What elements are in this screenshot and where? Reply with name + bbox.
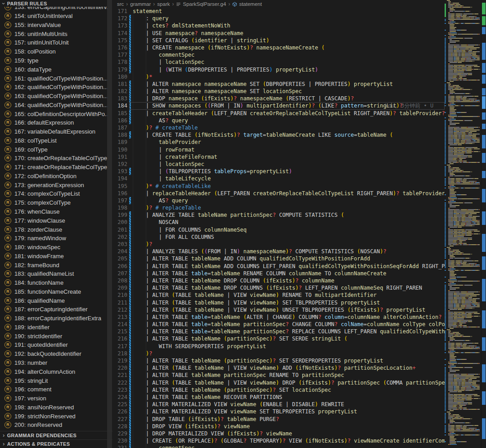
modified-change-bar[interactable] <box>129 197 131 204</box>
modified-change-bar[interactable] <box>129 81 131 88</box>
line-number[interactable]: 210 <box>112 291 127 299</box>
parser-rule-item[interactable]: R171: createOrReplaceTableColType <box>0 163 107 172</box>
code-line[interactable]: 197 AS? query <box>112 197 445 204</box>
line-number[interactable]: 193 <box>112 168 127 175</box>
line-number[interactable]: 176 <box>112 44 127 51</box>
parser-rule-item[interactable]: R194: alterColumnAction <box>0 367 107 376</box>
modified-change-bar[interactable] <box>129 372 131 379</box>
code-line[interactable]: 181 | ALTER namespace namespaceName SET … <box>112 81 445 88</box>
line-number[interactable]: 220 <box>112 364 127 372</box>
line-number[interactable]: 205 <box>112 255 127 262</box>
line-number[interactable]: 203 <box>112 241 127 248</box>
modified-change-bar[interactable] <box>129 168 131 175</box>
parser-rule-item[interactable]: R196: comment <box>0 385 107 394</box>
code-line[interactable]: 195 )* # createTableLike <box>112 183 445 190</box>
line-number[interactable]: 209 <box>112 284 127 291</box>
line-number[interactable]: 229 <box>112 430 127 437</box>
parser-rule-item[interactable]: R197: version <box>0 394 107 403</box>
modified-change-bar[interactable] <box>129 117 131 124</box>
code-line[interactable]: 173 | ctes? dmlStatementNoWith <box>112 22 445 29</box>
breadcrumb-folder[interactable]: spark <box>157 1 170 7</box>
modified-change-bar[interactable] <box>129 102 131 109</box>
breadcrumb-folder[interactable]: src <box>117 1 124 7</box>
parser-rule-item[interactable]: R161: qualifiedColTypeWithPosition... <box>0 74 107 83</box>
parser-rules-section-header[interactable]: › PARSER RULES <box>0 0 112 7</box>
code-line[interactable]: 225 | ALTER MATERIALIZED VIEW viewName (… <box>112 401 445 408</box>
modified-change-bar[interactable] <box>129 379 131 386</box>
modified-change-bar[interactable] <box>129 95 131 102</box>
line-number[interactable]: 192 <box>112 161 127 168</box>
modified-change-bar[interactable] <box>129 408 131 415</box>
modified-change-bar[interactable] <box>129 233 131 241</box>
modified-change-bar[interactable] <box>129 350 131 357</box>
parser-rule-item[interactable]: R195: stringLit <box>0 376 107 385</box>
code-line[interactable]: 199 | ANALYZE TABLE tableName partitionS… <box>112 211 445 219</box>
code-line[interactable]: 226 | ALTER MATERIALIZED VIEW viewName S… <box>112 408 445 415</box>
section-actions-predicates[interactable]: › ACTIONS & PREDICATES <box>0 439 112 448</box>
code-line[interactable]: 182 | ALTER namespace namespaceName SET … <box>112 88 445 95</box>
line-number[interactable]: 221 <box>112 372 127 379</box>
parser-rule-item[interactable]: R174: complexColTypeList <box>0 189 107 198</box>
parser-rule-item[interactable]: R158: colPosition <box>0 47 107 56</box>
line-number[interactable]: 187 <box>112 124 127 131</box>
parser-rule-item[interactable]: R183: qualifiedNameList <box>0 269 107 278</box>
modified-change-bar[interactable] <box>129 131 131 139</box>
code-line[interactable]: 214 | ALTER TABLE table=tableName partit… <box>112 321 445 328</box>
line-number[interactable]: 218 <box>112 350 127 357</box>
parser-rule-item[interactable]: R160: dataType <box>0 65 107 74</box>
line-number[interactable]: 185 <box>112 110 127 117</box>
line-number[interactable]: 189 <box>112 139 127 146</box>
modified-change-bar[interactable] <box>129 241 131 248</box>
modified-change-bar[interactable] <box>129 226 131 233</box>
parser-rule-item[interactable]: R182: frameBound <box>0 260 107 269</box>
code-line[interactable]: 191 | createFileFormat <box>112 153 445 161</box>
line-number[interactable]: 179 <box>112 66 127 73</box>
modified-change-bar[interactable] <box>129 444 131 448</box>
parser-rule-item[interactable]: R184: functionName <box>0 278 107 287</box>
code-line[interactable]: 220 | ALTER (TABLE tableName | VIEW view… <box>112 364 445 372</box>
modified-change-bar[interactable] <box>129 277 131 284</box>
modified-change-bar[interactable] <box>129 364 131 372</box>
modified-change-bar[interactable] <box>129 37 131 44</box>
code-line[interactable]: 222 | ALTER (TABLE tableName | VIEW view… <box>112 379 445 386</box>
line-number[interactable]: 191 <box>112 153 127 161</box>
code-line[interactable]: 205 | ALTER TABLE tableName ADD COLUMN q… <box>112 255 445 262</box>
code-line[interactable]: 178 | locationSpec <box>112 58 445 66</box>
line-number[interactable]: 204 <box>112 248 127 255</box>
parser-rule-item[interactable]: R178: zorderClause <box>0 225 107 234</box>
modified-change-bar[interactable] <box>129 328 131 335</box>
line-number[interactable]: 188 <box>112 131 127 139</box>
parser-rule-item[interactable]: R170: createOrReplaceTableColType... <box>0 154 107 163</box>
code-line[interactable]: 200 NOSCAN <box>112 219 445 226</box>
code-line[interactable]: 174 | USE namespace? namespaceName <box>112 30 445 37</box>
parser-rule-item[interactable]: R185: functionNameCreate <box>0 287 107 296</box>
line-number[interactable]: 195 <box>112 183 127 190</box>
modified-change-bar[interactable] <box>129 44 131 51</box>
code-line[interactable]: 185 | createTableHeader (LEFT_PAREN crea… <box>112 110 445 117</box>
code-line[interactable]: 190 | rowFormat <box>112 146 445 153</box>
line-number[interactable]: 222 <box>112 379 127 386</box>
parser-rule-item[interactable]: R169: colType <box>0 145 107 154</box>
code-line[interactable]: 193 | (TBLPROPERTIES tableProps=property… <box>112 168 445 175</box>
code-line[interactable]: 227 | DROP TABLE (ifExists)? tableName P… <box>112 416 445 423</box>
line-number[interactable]: 231 <box>112 444 127 448</box>
code-line[interactable]: 171statement <box>112 8 445 15</box>
code-line[interactable]: 224 | ALTER TABLE tableName RECOVER PART… <box>112 394 445 401</box>
code-line[interactable]: 184 | SHOW namespaces ((FROM | IN) multi… <box>112 102 445 109</box>
parser-rule-item[interactable]: R166: defaultExpression <box>0 118 107 127</box>
line-number[interactable]: 194 <box>112 175 127 182</box>
code-line[interactable]: 187 )? # createTable <box>112 124 445 131</box>
line-number[interactable]: 183 <box>112 95 127 102</box>
code-line[interactable]: 207 | ALTER TABLE table=tableName RENAME… <box>112 270 445 277</box>
modified-change-bar[interactable] <box>129 263 131 270</box>
parser-rule-item[interactable]: R192: backQuotedIdentifier <box>0 349 107 358</box>
code-line[interactable]: 219 | ALTER TABLE tableName (partitionSp… <box>112 357 445 364</box>
modified-change-bar[interactable] <box>129 335 131 342</box>
parser-rule-item[interactable]: R154: unitToUnitInterval <box>0 12 107 21</box>
line-number[interactable]: 224 <box>112 394 127 401</box>
line-number[interactable]: 199 <box>112 211 127 219</box>
modified-change-bar[interactable] <box>129 343 131 350</box>
code-line[interactable]: 180 )* <box>112 73 445 81</box>
code-line[interactable]: 217 WITH SERDEPROPERTIES propertyList <box>112 343 445 350</box>
code-line[interactable]: 231 commentSpec <box>112 444 445 448</box>
